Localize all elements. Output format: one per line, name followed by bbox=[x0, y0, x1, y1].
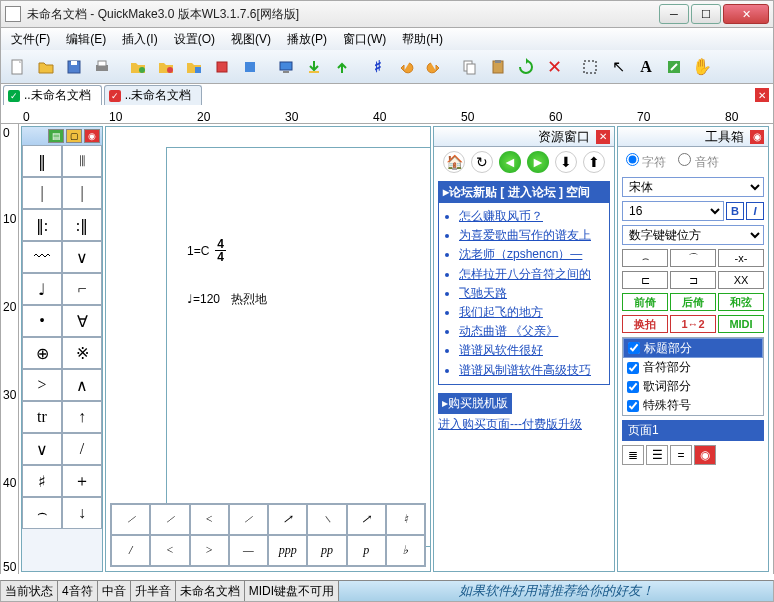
check-notes[interactable]: 音符部分 bbox=[623, 358, 763, 377]
sharp-button[interactable]: ♯ bbox=[365, 54, 391, 80]
keyboard-select[interactable]: 数字键键位方 bbox=[622, 225, 764, 245]
forum-link[interactable]: 动态曲谱 《父亲》 bbox=[459, 322, 603, 341]
tab-doc-2[interactable]: ✓ ..未命名文档 bbox=[104, 85, 203, 105]
forum-link[interactable]: 怎样拉开八分音符之间的 bbox=[459, 265, 603, 284]
menu-file[interactable]: 文件(F) bbox=[5, 29, 56, 50]
menu-view[interactable]: 视图(V) bbox=[225, 29, 277, 50]
menu-help[interactable]: 帮助(H) bbox=[396, 29, 449, 50]
swap-button[interactable]: 1↔2 bbox=[670, 315, 716, 333]
nav-down-button[interactable]: ⬇ bbox=[555, 151, 577, 173]
symbol-cell[interactable]: ∨ bbox=[62, 241, 102, 273]
symbol-cell[interactable]: ↑ bbox=[62, 401, 102, 433]
sym-btn[interactable]: ⌢ bbox=[622, 249, 668, 267]
sym-btn[interactable]: -x- bbox=[718, 249, 764, 267]
symbol-cell[interactable]: ＋ bbox=[62, 465, 102, 497]
dyn-cell[interactable]: / bbox=[111, 535, 150, 566]
home-button[interactable]: 🏠 bbox=[443, 151, 465, 173]
symbol-cell[interactable]: :‖ bbox=[62, 209, 102, 241]
italic-button[interactable]: I bbox=[746, 202, 764, 220]
page-tab[interactable]: 页面1 bbox=[622, 420, 764, 441]
check-special[interactable]: 特殊符号 bbox=[623, 396, 763, 415]
dyn-cell[interactable]: ⟋ bbox=[229, 504, 268, 535]
symbol-cell[interactable]: ↓ bbox=[62, 497, 102, 529]
nav-back-button[interactable]: ◄ bbox=[499, 151, 521, 173]
symbol-cell[interactable]: 〰 bbox=[22, 241, 62, 273]
dyn-cell[interactable]: — bbox=[229, 535, 268, 566]
palette-btn-2[interactable]: ▢ bbox=[66, 129, 82, 143]
paste-button[interactable] bbox=[485, 54, 511, 80]
ti-btn[interactable]: = bbox=[670, 445, 692, 465]
menu-edit[interactable]: 编辑(E) bbox=[60, 29, 112, 50]
dyn-cell[interactable]: ⟋ bbox=[111, 504, 150, 535]
redo-button[interactable] bbox=[421, 54, 447, 80]
menu-play[interactable]: 播放(P) bbox=[281, 29, 333, 50]
ti-btn[interactable]: ◉ bbox=[694, 445, 716, 465]
dyn-cell[interactable]: > bbox=[190, 535, 229, 566]
dyn-cell[interactable]: < bbox=[190, 504, 229, 535]
print-button[interactable] bbox=[89, 54, 115, 80]
radio-note[interactable]: 音符 bbox=[678, 153, 718, 171]
toolbox-close-button[interactable]: ◉ bbox=[750, 130, 764, 144]
resource-close-button[interactable]: ✕ bbox=[596, 130, 610, 144]
buy-link[interactable]: 进入购买页面 bbox=[438, 417, 510, 431]
forum-link[interactable]: 怎么赚取风币？ bbox=[459, 207, 603, 226]
folder1-button[interactable] bbox=[125, 54, 151, 80]
menu-settings[interactable]: 设置(O) bbox=[168, 29, 221, 50]
symbol-cell[interactable]: • bbox=[22, 305, 62, 337]
radio-char[interactable]: 字符 bbox=[626, 153, 666, 171]
new-button[interactable] bbox=[5, 54, 31, 80]
sym-btn[interactable]: XX bbox=[718, 271, 764, 289]
nav-refresh-button[interactable]: ↻ bbox=[471, 151, 493, 173]
dyn-cell[interactable]: ♮ bbox=[386, 504, 425, 535]
upload-button[interactable] bbox=[329, 54, 355, 80]
symbol-cell[interactable]: > bbox=[22, 369, 62, 401]
minimize-button[interactable]: ─ bbox=[659, 4, 689, 24]
palette-btn-3[interactable]: ◉ bbox=[84, 129, 100, 143]
tool1-button[interactable] bbox=[209, 54, 235, 80]
score-canvas[interactable]: 1=C 44 ♩=120 热烈地 ⟋ ⟋ < ⟋ ↗ ⟍ ↗ ♮ / bbox=[105, 126, 431, 572]
forum-link[interactable]: 飞驰天路 bbox=[459, 284, 603, 303]
delete-button[interactable]: ✕ bbox=[541, 54, 567, 80]
upgrade-link[interactable]: 付费版升级 bbox=[522, 417, 582, 431]
nav-up-button[interactable]: ⬆ bbox=[583, 151, 605, 173]
nav-forward-button[interactable]: ► bbox=[527, 151, 549, 173]
ti-btn[interactable]: ≣ bbox=[622, 445, 644, 465]
symbol-cell[interactable]: ♯ bbox=[22, 465, 62, 497]
forum-link[interactable]: 沈老师（zpshencn）— bbox=[459, 245, 603, 264]
symbol-cell[interactable]: ∀ bbox=[62, 305, 102, 337]
symbol-cell[interactable]: ‖: bbox=[22, 209, 62, 241]
dyn-cell[interactable]: ↗ bbox=[347, 504, 386, 535]
save-button[interactable] bbox=[61, 54, 87, 80]
symbol-cell[interactable]: ⌢ bbox=[22, 497, 62, 529]
bold-button[interactable]: B bbox=[726, 202, 744, 220]
ti-btn[interactable]: ☰ bbox=[646, 445, 668, 465]
symbol-cell[interactable]: | bbox=[22, 177, 62, 209]
font-select[interactable]: 宋体 bbox=[622, 177, 764, 197]
symbol-cell[interactable]: tr bbox=[22, 401, 62, 433]
symbol-cell[interactable]: / bbox=[62, 433, 102, 465]
text-button[interactable]: A bbox=[633, 54, 659, 80]
size-select[interactable]: 16 bbox=[622, 201, 724, 221]
menu-window[interactable]: 窗口(W) bbox=[337, 29, 392, 50]
dyn-cell[interactable]: pp bbox=[307, 535, 346, 566]
tab-doc-1[interactable]: ✓ ..未命名文档 bbox=[3, 85, 102, 105]
refresh-button[interactable] bbox=[513, 54, 539, 80]
sym-btn[interactable]: ⊐ bbox=[670, 271, 716, 289]
open-button[interactable] bbox=[33, 54, 59, 80]
symbol-cell[interactable]: ∧ bbox=[62, 369, 102, 401]
huanpai-button[interactable]: 换拍 bbox=[622, 315, 668, 333]
symbol-cell[interactable]: ‖ bbox=[22, 145, 62, 177]
dyn-cell[interactable]: ppp bbox=[268, 535, 307, 566]
pointer-button[interactable]: ↖ bbox=[605, 54, 631, 80]
tabs-close-button[interactable]: ✕ bbox=[755, 88, 769, 102]
qianyi-button[interactable]: 前倚 bbox=[622, 293, 668, 311]
folder2-button[interactable] bbox=[153, 54, 179, 80]
sym-btn[interactable]: ⌒ bbox=[670, 249, 716, 267]
download-button[interactable] bbox=[301, 54, 327, 80]
dyn-cell[interactable]: ⟍ bbox=[307, 504, 346, 535]
houyi-button[interactable]: 后倚 bbox=[670, 293, 716, 311]
maximize-button[interactable]: ☐ bbox=[691, 4, 721, 24]
copy-button[interactable] bbox=[457, 54, 483, 80]
palette-btn-1[interactable]: ▤ bbox=[48, 129, 64, 143]
dyn-cell[interactable]: p bbox=[347, 535, 386, 566]
